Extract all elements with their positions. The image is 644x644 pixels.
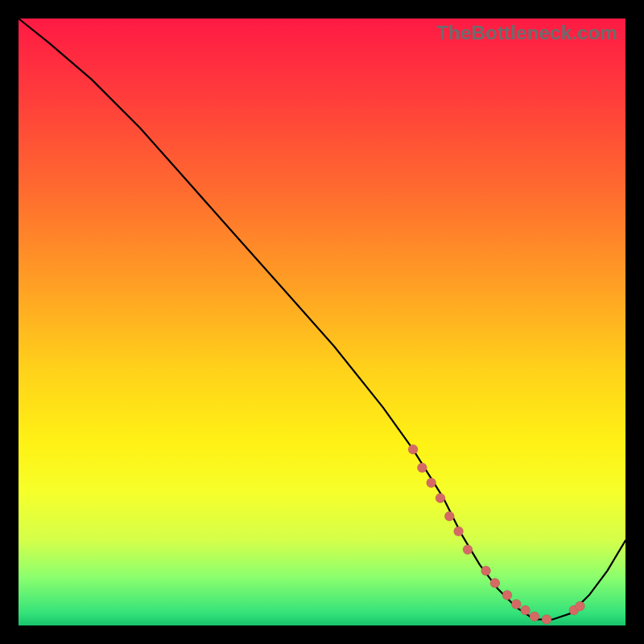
scatter-point <box>530 612 539 621</box>
scatter-point <box>417 463 427 473</box>
scatter-point <box>444 511 454 521</box>
scatter-point <box>463 545 473 555</box>
scatter-point <box>521 605 530 615</box>
scatter-point <box>576 601 585 611</box>
scatter-point <box>490 578 500 588</box>
plot-area: TheBottleneck.com <box>19 19 625 625</box>
scatter-markers <box>408 444 584 624</box>
scatter-point <box>502 590 512 600</box>
scatter-point <box>481 566 491 576</box>
scatter-point <box>454 526 464 536</box>
scatter-point <box>427 478 436 488</box>
scatter-point <box>542 615 551 625</box>
bottleneck-curve <box>19 19 625 620</box>
scatter-point <box>436 493 445 503</box>
scatter-point <box>408 444 418 454</box>
chart-svg <box>19 19 625 625</box>
chart-frame: TheBottleneck.com <box>0 0 644 644</box>
scatter-point <box>511 600 521 609</box>
